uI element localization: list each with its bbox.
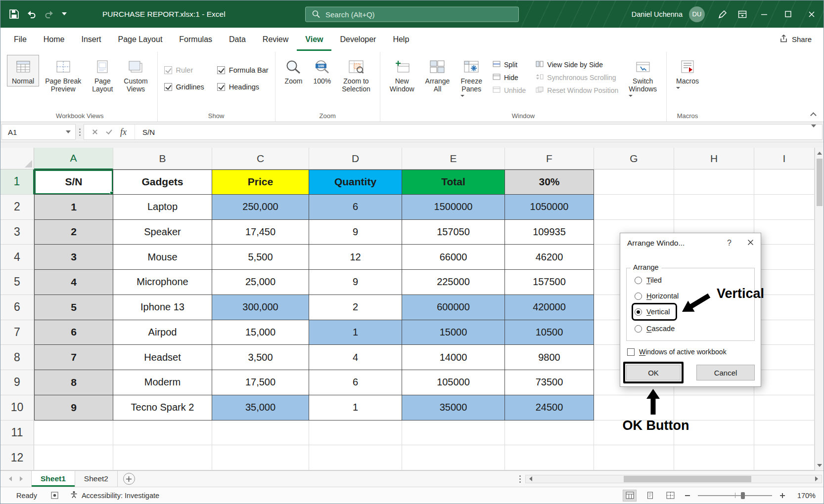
cell-C5[interactable]: 25,000 bbox=[212, 270, 309, 295]
cell-D6[interactable]: 2 bbox=[309, 295, 402, 320]
minimize-button[interactable] bbox=[752, 0, 776, 28]
undo-icon[interactable] bbox=[26, 10, 37, 18]
scroll-up-icon[interactable] bbox=[815, 148, 824, 158]
ink-pen-icon[interactable] bbox=[713, 0, 732, 28]
sheet-tab-sheet2[interactable]: Sheet2 bbox=[75, 471, 118, 487]
headings-checkbox[interactable]: Headings bbox=[217, 79, 269, 95]
scroll-down-icon[interactable] bbox=[815, 461, 824, 470]
cell-B4[interactable]: Mouse bbox=[113, 245, 212, 270]
ribbon-display-options-icon[interactable] bbox=[732, 0, 752, 28]
cell-B11[interactable] bbox=[113, 420, 212, 446]
cell-G2[interactable] bbox=[594, 195, 674, 220]
cell-H1[interactable] bbox=[674, 169, 754, 195]
collapse-ribbon-button[interactable] bbox=[811, 113, 816, 118]
cell-G10[interactable] bbox=[594, 395, 674, 420]
horizontal-scrollbar[interactable] bbox=[525, 475, 822, 483]
new-sheet-button[interactable] bbox=[123, 473, 135, 485]
cell-A9[interactable]: 8 bbox=[34, 370, 113, 395]
search-box[interactable]: Search (Alt+Q) bbox=[305, 6, 519, 22]
formula-bar-expand-icon[interactable] bbox=[811, 127, 822, 136]
cell-D11[interactable] bbox=[309, 420, 402, 446]
formula-field[interactable]: fx S/N bbox=[84, 124, 823, 140]
cell-E3[interactable]: 157050 bbox=[402, 220, 505, 245]
cell-D8[interactable]: 4 bbox=[309, 345, 402, 370]
cell-B5[interactable]: Microphone bbox=[113, 270, 212, 295]
cell-C7[interactable]: 15,000 bbox=[212, 320, 309, 345]
cell-B9[interactable]: Moderm bbox=[113, 370, 212, 395]
accessibility-status[interactable]: Accessibility: Investigate bbox=[70, 491, 159, 500]
ruler-checkbox[interactable]: Ruler bbox=[164, 62, 204, 79]
ribbon-tab-formulas[interactable]: Formulas bbox=[171, 28, 221, 51]
macro-record-icon[interactable] bbox=[51, 492, 58, 499]
column-header-d[interactable]: D bbox=[309, 148, 402, 169]
view-side-by-side-button[interactable]: View Side by Side bbox=[536, 61, 618, 69]
cell-B7[interactable]: Airpod bbox=[113, 320, 212, 345]
column-header-e[interactable]: E bbox=[402, 148, 505, 169]
user-name[interactable]: Daniel Uchenna bbox=[632, 10, 683, 18]
enter-formula-icon[interactable] bbox=[106, 128, 112, 134]
cell-E12[interactable] bbox=[402, 445, 505, 470]
cell-F8[interactable]: 9800 bbox=[505, 345, 594, 370]
cell-F5[interactable]: 157500 bbox=[505, 270, 594, 295]
name-box-dropdown-icon[interactable] bbox=[66, 130, 71, 136]
normal-view-toggle[interactable] bbox=[623, 490, 637, 502]
insert-function-icon[interactable]: fx bbox=[120, 127, 127, 137]
cell-F3[interactable]: 109935 bbox=[505, 220, 594, 245]
radio-vertical[interactable]: Vertical bbox=[635, 306, 674, 318]
radio-tiled[interactable]: Tiled bbox=[635, 274, 666, 286]
row-header-3[interactable]: 3 bbox=[0, 220, 34, 245]
reset-window-position-button[interactable]: Reset Window Position bbox=[536, 86, 618, 94]
cell-F10[interactable]: 24500 bbox=[505, 395, 594, 420]
radio-horizontal[interactable]: Horizontal bbox=[635, 290, 683, 302]
arrange-all-button[interactable]: ArrangeAll bbox=[420, 55, 455, 94]
cell-B2[interactable]: Laptop bbox=[113, 195, 212, 220]
row-header-10[interactable]: 10 bbox=[0, 395, 34, 420]
cell-A3[interactable]: 2 bbox=[34, 220, 113, 245]
row-header-4[interactable]: 4 bbox=[0, 245, 34, 270]
ribbon-tab-data[interactable]: Data bbox=[221, 28, 254, 51]
cell-I8[interactable] bbox=[754, 345, 815, 370]
cell-B10[interactable]: Tecno Spark 2 bbox=[113, 395, 212, 420]
cell-G12[interactable] bbox=[594, 445, 674, 470]
formula-bar-resizer[interactable] bbox=[76, 128, 84, 136]
ribbon-tab-file[interactable]: File bbox=[5, 28, 35, 51]
cell-G1[interactable] bbox=[594, 169, 674, 195]
cell-A12[interactable] bbox=[34, 445, 113, 470]
zoom-to-selection-button[interactable]: Zoom toSelection bbox=[337, 55, 375, 94]
horizontal-scroll-thumb[interactable] bbox=[624, 476, 752, 482]
windows-of-active-workbook-checkbox[interactable]: Windows of active workbook bbox=[627, 348, 727, 356]
customize-qat-chevron-icon[interactable] bbox=[62, 12, 67, 16]
macros-button[interactable]: Macros bbox=[671, 55, 704, 92]
tab-scroll-handle[interactable] bbox=[515, 475, 525, 483]
cell-E10[interactable]: 35000 bbox=[402, 395, 505, 420]
split-button[interactable]: Split bbox=[493, 61, 526, 69]
cell-F11[interactable] bbox=[505, 420, 594, 446]
page-layout-view-toggle[interactable] bbox=[643, 490, 657, 502]
cell-C2[interactable]: 250,000 bbox=[212, 195, 309, 220]
vertical-scroll-thumb[interactable] bbox=[817, 159, 823, 206]
cell-E11[interactable] bbox=[402, 420, 505, 446]
cell-A8[interactable]: 7 bbox=[34, 345, 113, 370]
sheet-nav-right-icon[interactable] bbox=[17, 471, 27, 487]
cell-F1[interactable]: 30% bbox=[505, 169, 594, 195]
cell-C10[interactable]: 35,000 bbox=[212, 395, 309, 420]
cell-B3[interactable]: Speaker bbox=[113, 220, 212, 245]
share-button[interactable]: Share bbox=[779, 28, 812, 51]
row-header-11[interactable]: 11 bbox=[0, 420, 34, 446]
cell-I11[interactable] bbox=[754, 420, 815, 446]
column-header-f[interactable]: F bbox=[505, 148, 594, 169]
cell-F2[interactable]: 1050000 bbox=[505, 195, 594, 220]
cell-E6[interactable]: 600000 bbox=[402, 295, 505, 320]
ribbon-tab-review[interactable]: Review bbox=[254, 28, 297, 51]
cell-C3[interactable]: 17,450 bbox=[212, 220, 309, 245]
row-header-9[interactable]: 9 bbox=[0, 370, 34, 395]
cell-C9[interactable]: 17,500 bbox=[212, 370, 309, 395]
cell-A1[interactable]: S/N bbox=[34, 169, 113, 195]
save-icon[interactable] bbox=[9, 9, 19, 19]
formula-bar-checkbox[interactable]: Formula Bar bbox=[217, 62, 269, 79]
dialog-title-bar[interactable]: Arrange Windo... ? bbox=[620, 233, 761, 253]
cell-C1[interactable]: Price bbox=[212, 169, 309, 195]
new-window-button[interactable]: NewWindow bbox=[385, 55, 419, 94]
row-header-5[interactable]: 5 bbox=[0, 270, 34, 295]
cell-C11[interactable] bbox=[212, 420, 309, 446]
